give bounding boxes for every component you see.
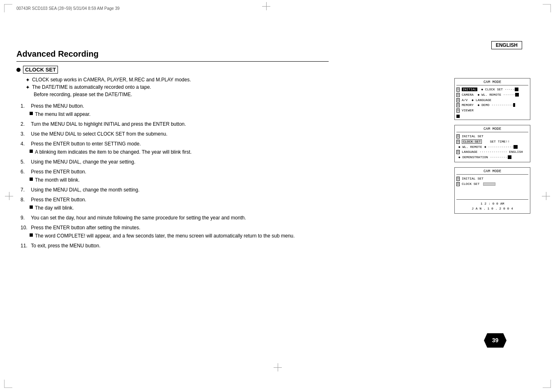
cam-panel-2-header: CAM MODE (456, 127, 528, 132)
step-2: 2. Turn the MENU DIAL to highlight INITI… (21, 120, 329, 128)
p2-wl-label: ◆ WL. REMOTE ◄ ············· (456, 145, 518, 149)
step-num-6: 6. (21, 168, 30, 175)
corner-mark-br (543, 380, 551, 388)
step-sub-text-1: The menu list will appear. (35, 111, 90, 118)
crosshair-left (5, 192, 13, 200)
step-text-9: You can set the day, hour and minute fol… (31, 215, 246, 221)
step-num-3: 3. (21, 130, 30, 138)
language-label: ENGLISH (491, 41, 522, 49)
camera-icon: D (456, 93, 460, 97)
step-sub-icon-8 (30, 205, 33, 209)
cam-panel-1-row-viewer: D VIEWER (456, 108, 528, 113)
cam-panel-3-clockrow: D CLOCK SET (456, 182, 528, 187)
bullet-item-2: ✦ The DATE/TIME is automatically recorde… (25, 84, 329, 90)
page-number-container: 39 (484, 333, 507, 349)
crosshair-bottom (274, 363, 282, 371)
step-num-4: 4. (21, 140, 30, 148)
step-sub-4: A blinking item indicates the item to be… (30, 148, 329, 156)
step-sub-text-8: The day will blink. (35, 204, 74, 212)
p2-initial-label: INITIAL SET (462, 134, 484, 138)
p2-initial-icon: D (456, 134, 460, 138)
dagger-2: ✦ (25, 84, 30, 90)
step-text-8: Press the ENTER button. (31, 197, 86, 203)
bullet-text-2: The DATE/TIME is automatically recorded … (32, 84, 151, 90)
step-num-10: 10. (21, 224, 30, 231)
p2-lang-content: ENGLISH (509, 150, 523, 154)
cam-panel-3-header: CAM MODE (456, 169, 528, 175)
step-num-1: 1. (21, 102, 30, 110)
cam-panel-1-row-memory: D MEMORY ◆ DEMO ··········· (456, 103, 528, 108)
p3-time-display: 1 2 : 0 0 AM J A N . 1 0 . 2 0 0 4 (456, 199, 528, 212)
p2-demo-label: ◆ DEMONSTRATION ········· (456, 155, 511, 159)
cam-panel-1: CAM MODE D INITIAL ◆ CLOCK SET ····· D C… (454, 78, 530, 120)
p2-lang-label: LANGUAGE (462, 150, 477, 154)
title-underline (16, 61, 329, 62)
bullet-points: ✦ CLOCK setup works in CAMERA, PLAYER, M… (25, 77, 329, 97)
cam-panel-2-row-clockset: D CLOCK SET SET TIME!! (456, 139, 528, 145)
cam-panel-1-row-av: D A/V ◆ LANGUAGE (456, 98, 528, 103)
bullet-text-1: CLOCK setup works in CAMERA, PLAYER, M.R… (32, 77, 191, 83)
cam-panel-2: CAM MODE D INITIAL SET D CLOCK SET SET T… (454, 125, 530, 162)
corner-mark-bl (4, 380, 12, 388)
corner-mark-tl (4, 4, 12, 12)
section-header: CLOCK SET (16, 66, 329, 74)
initial-icon: D (456, 88, 460, 92)
step-sub-text-10: The word COMPLETE! will appear, and a fe… (35, 232, 295, 240)
steps-list: 1. Press the MENU button. The menu list … (21, 102, 329, 249)
step-num-8: 8. (21, 196, 30, 203)
step-text-2: Turn the MENU DIAL to highlight INITIAL … (31, 121, 186, 127)
right-panels: CAM MODE D INITIAL ◆ CLOCK SET ····· D C… (454, 78, 530, 214)
memory-icon: D (456, 103, 460, 107)
memory-label: MEMORY (462, 103, 474, 107)
cam-panel-2-row-demo: ◆ DEMONSTRATION ········· (456, 155, 528, 160)
av-icon: D (456, 98, 460, 102)
step-sub-1: The menu list will appear. (30, 111, 329, 118)
step-text-3: Use the MENU DIAL to select CLOCK SET fr… (31, 131, 167, 137)
step-text-5: Using the MENU DIAL, change the year set… (31, 159, 135, 165)
step-6: 6. Press the ENTER button. The month wil… (21, 168, 329, 184)
step-num-5: 5. (21, 158, 30, 166)
memory-content: ◆ DEMO ··········· (476, 103, 515, 107)
camera-label: CAMERA (462, 93, 474, 97)
cam-panel-2-initialtag: D INITIAL SET (456, 134, 528, 139)
page-title: Advanced Recording (16, 49, 329, 59)
step-9: 9. You can set the day, hour and minute … (21, 214, 329, 221)
page-badge-svg: 39 (484, 333, 507, 348)
bullet-text-3: Before recording, please set the DATE/TI… (34, 92, 132, 97)
bullet-item-3: Before recording, please set the DATE/TI… (34, 92, 329, 97)
step-text-1: Press the MENU button. (31, 103, 84, 109)
step-5: 5. Using the MENU DIAL, change the year … (21, 158, 329, 166)
cam-panel-3: CAM MODE D INITIAL SET D CLOCK SET 1 2 :… (454, 167, 530, 214)
crosshair-right (542, 192, 550, 200)
step-sub-icon-10 (30, 233, 33, 237)
p3-initial-label: INITIAL SET (462, 177, 484, 180)
p3-time: 1 2 : 0 0 AM (456, 201, 528, 207)
corner-mark-tr (543, 4, 551, 12)
p3-spacer (456, 187, 528, 199)
step-num-11: 11. (21, 242, 30, 249)
initial-content: ◆ CLOCK SET ····· (479, 88, 518, 91)
p3-clock-icon: D (456, 182, 460, 186)
step-sub-10: The word COMPLETE! will appear, and a fe… (30, 232, 329, 240)
p2-clock-label: CLOCK SET (462, 139, 482, 144)
step-4: 4. Press the ENTER button to enter SETTI… (21, 140, 329, 156)
p2-lang-dots: ·············· (479, 150, 507, 154)
step-7: 7. Using the MENU DIAL, change the month… (21, 186, 329, 194)
cam-panel-3-initialtag: D INITIAL SET (456, 176, 528, 182)
step-sub-text-6: The month will blink. (35, 176, 80, 184)
p2-clock-content: SET TIME!! (484, 140, 509, 143)
dagger-1: ✦ (25, 77, 30, 83)
step-1: 1. Press the MENU button. The menu list … (21, 102, 329, 118)
step-sub-text-4: A blinking item indicates the item to be… (35, 148, 191, 156)
step-11: 11. To exit, press the MENU button. (21, 242, 329, 249)
step-sub-icon-1 (30, 112, 33, 115)
step-sub-icon-6 (30, 178, 33, 181)
step-text-4: Press the ENTER button to enter SETTING … (31, 141, 140, 147)
p3-initial-icon: D (456, 177, 460, 181)
step-3: 3. Use the MENU DIAL to select CLOCK SET… (21, 130, 329, 138)
step-10: 10. Press the ENTER button after setting… (21, 224, 329, 240)
initial-label: INITIAL (462, 88, 477, 91)
step-sub-6: The month will blink. (30, 176, 329, 184)
step-num-7: 7. (21, 186, 30, 194)
step-sub-icon-4 (30, 150, 33, 153)
